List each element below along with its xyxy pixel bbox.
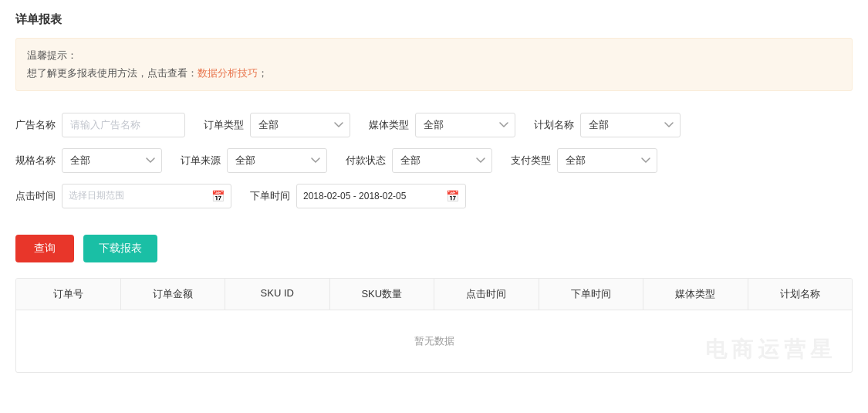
query-button[interactable]: 查询: [15, 235, 74, 262]
filter-order-type: 订单类型 全部: [204, 113, 350, 137]
table-header-cell: 下单时间: [539, 279, 644, 310]
notice-suffix: ；: [258, 67, 268, 79]
notice-link[interactable]: 数据分析技巧: [198, 67, 258, 79]
plan-name-label: 计划名称: [534, 118, 574, 132]
data-table: 订单号订单金额SKU IDSKU数量点击时间下单时间媒体类型计划名称 暂无数据 …: [15, 278, 853, 373]
filter-payment-type: 支付类型 全部: [511, 148, 657, 173]
order-time-calendar-icon: 📅: [446, 190, 459, 202]
media-type-select[interactable]: 全部: [415, 113, 515, 137]
empty-text: 暂无数据: [414, 334, 454, 348]
filter-row-1: 广告名称 订单类型 全部 媒体类型 全部 计划名称 全部: [15, 113, 853, 137]
spec-name-label: 规格名称: [15, 154, 56, 168]
table-header-cell: SKU数量: [330, 279, 435, 310]
payment-status-select[interactable]: 全部: [392, 148, 492, 173]
page-title: 详单报表: [15, 12, 853, 27]
filter-ad-name: 广告名称: [15, 113, 185, 137]
order-time-value: 2018-02-05 - 2018-02-05: [303, 191, 443, 201]
order-source-label: 订单来源: [181, 154, 221, 168]
plan-name-select[interactable]: 全部: [580, 113, 681, 137]
notice-line1: 温馨提示：: [27, 46, 841, 64]
ad-name-label: 广告名称: [15, 118, 56, 132]
table-body: 暂无数据 电商运营星: [16, 310, 852, 372]
filter-row-3: 点击时间 选择日期范围 📅 下单时间 2018-02-05 - 2018-02-…: [15, 184, 853, 208]
spec-name-select[interactable]: 全部: [62, 148, 162, 173]
filter-plan-name: 计划名称 全部: [534, 113, 681, 137]
notice-box: 温馨提示： 想了解更多报表使用方法，点击查看：数据分析技巧；: [15, 38, 853, 91]
click-time-label: 点击时间: [15, 189, 56, 203]
table-header-cell: SKU ID: [225, 279, 330, 310]
button-row: 查询 下载报表: [15, 235, 853, 262]
payment-type-select[interactable]: 全部: [557, 148, 657, 173]
click-time-calendar-icon: 📅: [211, 190, 225, 202]
filter-media-type: 媒体类型 全部: [369, 113, 515, 137]
filter-order-time: 下单时间 2018-02-05 - 2018-02-05 📅: [250, 184, 466, 208]
click-time-picker[interactable]: 选择日期范围 📅: [62, 184, 231, 208]
table-header-cell: 计划名称: [748, 279, 853, 310]
payment-type-label: 支付类型: [511, 154, 551, 168]
table-header-cell: 订单号: [16, 279, 121, 310]
order-time-label: 下单时间: [250, 189, 290, 203]
filter-order-source: 订单来源 全部: [181, 148, 327, 173]
filter-payment-status: 付款状态 全部: [346, 148, 492, 173]
page-container: 详单报表 温馨提示： 想了解更多报表使用方法，点击查看：数据分析技巧； 广告名称…: [0, 0, 868, 413]
table-header-cell: 媒体类型: [643, 279, 748, 310]
filter-row-2: 规格名称 全部 订单来源 全部 付款状态 全部 支付类型 全部: [15, 148, 853, 173]
ad-name-input[interactable]: [62, 113, 185, 137]
notice-line2: 想了解更多报表使用方法，点击查看：数据分析技巧；: [27, 64, 841, 82]
filter-spec-name: 规格名称 全部: [15, 148, 162, 173]
order-time-picker[interactable]: 2018-02-05 - 2018-02-05 📅: [296, 184, 466, 208]
table-header-cell: 点击时间: [434, 279, 539, 310]
table-header-cell: 订单金额: [121, 279, 226, 310]
media-type-label: 媒体类型: [369, 118, 409, 132]
notice-prefix: 想了解更多报表使用方法，点击查看：: [27, 67, 198, 79]
order-type-label: 订单类型: [204, 118, 244, 132]
table-header: 订单号订单金额SKU IDSKU数量点击时间下单时间媒体类型计划名称: [16, 279, 852, 310]
filter-click-time: 点击时间 选择日期范围 📅: [15, 184, 231, 208]
order-source-select[interactable]: 全部: [227, 148, 327, 173]
watermark: 电商运营星: [705, 335, 836, 364]
order-type-select[interactable]: 全部: [250, 113, 350, 137]
payment-status-label: 付款状态: [346, 154, 386, 168]
download-button[interactable]: 下载报表: [83, 235, 157, 262]
filter-section: 广告名称 订单类型 全部 媒体类型 全部 计划名称 全部: [15, 105, 853, 227]
click-time-placeholder: 选择日期范围: [69, 189, 208, 202]
